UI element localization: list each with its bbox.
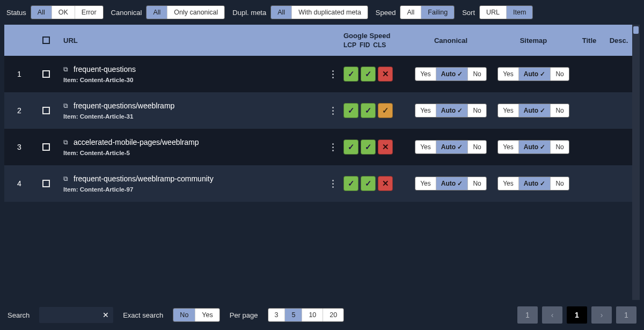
row-menu-icon[interactable]	[327, 68, 338, 80]
row-checkbox[interactable]	[42, 143, 50, 151]
sort-option-item[interactable]: Item	[507, 6, 532, 19]
canonical-option-all[interactable]: All	[147, 6, 167, 19]
pager-current[interactable]: 1	[567, 306, 587, 324]
status-option-all[interactable]: All	[31, 6, 52, 19]
speed-badge-green: ✓	[361, 67, 376, 82]
speed-badge-red: ✕	[378, 67, 393, 82]
perpage-option-20[interactable]: 20	[323, 309, 343, 321]
pager-last[interactable]: 1	[616, 306, 636, 324]
item-subtitle: Item: Content-Article-31	[63, 113, 322, 120]
dupl-option-all[interactable]: All	[271, 6, 292, 19]
table-header: URL Google Speed LCPFIDCLS Canonical Sit…	[4, 25, 640, 56]
open-link-icon[interactable]: ⧉	[63, 102, 68, 109]
canonical-no-button[interactable]: No	[468, 177, 486, 190]
canonical-auto-button[interactable]: Auto ✓	[436, 177, 469, 190]
canonical-no-button[interactable]: No	[468, 104, 486, 117]
col-speed-header[interactable]: Google Speed	[343, 32, 408, 40]
url-text[interactable]: frequent-questions/weeblramp	[74, 101, 174, 110]
sitemap-no-button[interactable]: No	[551, 104, 568, 117]
canonical-option-only-canonical[interactable]: Only canonical	[167, 6, 224, 19]
canonical-yes-button[interactable]: Yes	[415, 141, 436, 153]
canonical-yes-button[interactable]: Yes	[415, 104, 436, 117]
sitemap-no-button[interactable]: No	[551, 177, 568, 190]
exact-option-yes[interactable]: Yes	[195, 309, 219, 321]
search-box: ✕	[39, 307, 113, 323]
speed-option-failing[interactable]: Failing	[421, 6, 454, 19]
perpage-option-5[interactable]: 5	[285, 309, 302, 321]
speed-badge-red: ✕	[378, 140, 393, 155]
status-option-error[interactable]: Error	[75, 6, 103, 19]
table-row: 4⧉frequent-questions/weeblramp-community…	[4, 165, 640, 202]
open-link-icon[interactable]: ⧉	[63, 175, 68, 182]
dupl-filter: AllWith duplicated meta	[270, 5, 368, 19]
speed-badge-green: ✓	[343, 67, 358, 82]
row-checkbox[interactable]	[42, 180, 50, 187]
pager-next[interactable]: ›	[591, 306, 612, 324]
scrollbar[interactable]	[632, 25, 640, 300]
search-input[interactable]	[39, 311, 98, 319]
canonical-toggle: YesAuto ✓No	[415, 67, 487, 81]
select-all-checkbox[interactable]	[42, 36, 50, 44]
url-text[interactable]: frequent-questions/weeblramp-community	[74, 174, 214, 183]
status-option-ok[interactable]: OK	[52, 6, 75, 19]
sitemap-no-button[interactable]: No	[551, 68, 568, 80]
speed-option-all[interactable]: All	[400, 6, 421, 19]
scroll-thumb[interactable]	[633, 26, 639, 34]
sitemap-yes-button[interactable]: Yes	[498, 68, 519, 80]
row-checkbox[interactable]	[42, 107, 50, 114]
exact-toggle: NoYes	[173, 308, 219, 322]
open-link-icon[interactable]: ⧉	[63, 65, 68, 73]
canonical-toggle: YesAuto ✓No	[415, 177, 487, 190]
col-url-header[interactable]: URL	[58, 36, 322, 45]
dupl-option-with-duplicated-meta[interactable]: With duplicated meta	[292, 6, 368, 19]
status-label: Status	[6, 9, 26, 17]
exact-option-no[interactable]: No	[173, 309, 195, 321]
speed-badge-green: ✓	[343, 140, 358, 155]
row-index: 1	[4, 70, 34, 78]
url-text[interactable]: frequent-questions	[74, 65, 136, 74]
sort-option-url[interactable]: URL	[480, 6, 507, 19]
perpage-option-10[interactable]: 10	[302, 309, 323, 321]
canonical-auto-button[interactable]: Auto ✓	[436, 104, 469, 117]
sitemap-yes-button[interactable]: Yes	[498, 104, 519, 117]
sitemap-no-button[interactable]: No	[551, 141, 568, 153]
row-menu-icon[interactable]	[327, 104, 338, 117]
canonical-filter: AllOnly canonical	[146, 5, 225, 19]
canonical-auto-button[interactable]: Auto ✓	[436, 68, 469, 80]
sitemap-toggle: YesAuto ✓No	[497, 67, 569, 81]
sitemap-auto-button[interactable]: Auto ✓	[519, 104, 551, 117]
row-index: 2	[4, 106, 34, 115]
col-title-header[interactable]: Title	[573, 36, 605, 45]
canonical-toggle: YesAuto ✓No	[415, 104, 487, 118]
url-text[interactable]: accelerated-mobile-pages/weeblramp	[74, 138, 199, 146]
canonical-yes-button[interactable]: Yes	[415, 177, 436, 190]
sitemap-auto-button[interactable]: Auto ✓	[519, 177, 551, 190]
canonical-auto-button[interactable]: Auto ✓	[436, 141, 469, 153]
table-row: 2⧉frequent-questions/weeblrampItem: Cont…	[4, 92, 640, 129]
sitemap-yes-button[interactable]: Yes	[498, 141, 519, 153]
open-link-icon[interactable]: ⧉	[63, 138, 68, 146]
table-row: 1⧉frequent-questionsItem: Content-Articl…	[4, 56, 640, 92]
col-sitemap-header[interactable]: Sitemap	[494, 36, 573, 45]
canonical-no-button[interactable]: No	[468, 68, 486, 80]
perpage-label: Per page	[230, 311, 258, 319]
perpage-option-3[interactable]: 3	[268, 309, 286, 321]
pager-prev[interactable]: ‹	[542, 306, 562, 324]
col-desc-header[interactable]: Desc.	[605, 36, 632, 45]
canonical-toggle: YesAuto ✓No	[415, 140, 487, 154]
pager-first[interactable]: 1	[517, 306, 538, 324]
sitemap-yes-button[interactable]: Yes	[498, 177, 519, 190]
sitemap-auto-button[interactable]: Auto ✓	[519, 141, 551, 153]
sitemap-toggle: YesAuto ✓No	[497, 104, 569, 118]
row-menu-icon[interactable]	[327, 141, 338, 153]
item-subtitle: Item: Content-Article-5	[63, 150, 322, 156]
row-checkbox[interactable]	[42, 70, 50, 78]
row-menu-icon[interactable]	[327, 177, 338, 190]
exact-label: Exact search	[123, 311, 163, 319]
footer-bar: Search ✕ Exact search NoYes Per page 351…	[0, 300, 644, 330]
canonical-no-button[interactable]: No	[468, 141, 486, 153]
clear-search-icon[interactable]: ✕	[98, 311, 113, 319]
col-canonical-header[interactable]: Canonical	[408, 36, 494, 45]
canonical-yes-button[interactable]: Yes	[415, 68, 436, 80]
sitemap-auto-button[interactable]: Auto ✓	[519, 68, 551, 80]
